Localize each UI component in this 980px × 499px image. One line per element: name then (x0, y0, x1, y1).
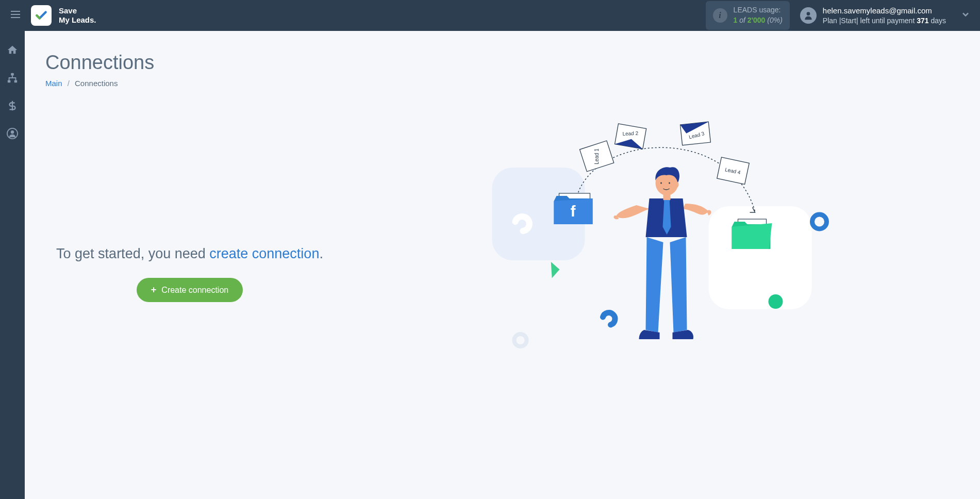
menu-toggle[interactable] (5, 4, 26, 27)
leads-usage-text: LEADS usage: 1 of 2'000 (0%) (734, 5, 783, 25)
logo-text: Save My Leads. (59, 6, 96, 25)
avatar-icon (800, 7, 817, 24)
leads-count: 1 (734, 16, 738, 24)
app-header: Save My Leads. i LEADS usage: 1 of 2'000… (0, 0, 980, 31)
svg-text:Lead 1: Lead 1 (594, 148, 600, 164)
leads-usage-box[interactable]: i LEADS usage: 1 of 2'000 (0%) (706, 1, 790, 29)
create-connection-link[interactable]: create connection (209, 246, 319, 261)
plan-suffix: days (929, 16, 946, 25)
cta-area: To get started, you need create connecti… (45, 193, 334, 303)
svg-point-3 (806, 12, 810, 15)
leads-percent: (0%) (767, 16, 783, 24)
svg-text:f: f (571, 203, 576, 220)
chevron-down-icon[interactable] (956, 5, 975, 26)
svg-rect-6 (14, 80, 17, 83)
plan-prefix: Plan |Start| left until payment (823, 16, 917, 25)
main-content: Connections Main / Connections To get st… (25, 31, 980, 499)
sidebar (0, 31, 25, 499)
cta-text: To get started, you need create connecti… (45, 244, 334, 264)
user-info: helen.savemyleads@gmail.com Plan |Start|… (823, 5, 946, 26)
logo-line1: Save (59, 6, 96, 15)
leads-of: of (739, 16, 745, 24)
cta-suffix: . (319, 246, 323, 261)
sidebar-item-home[interactable] (0, 41, 25, 59)
page-title: Connections (45, 52, 959, 74)
sidebar-item-account[interactable] (0, 125, 25, 142)
breadcrumb: Main / Connections (45, 79, 959, 88)
breadcrumb-separator: / (68, 79, 70, 88)
illustration: Lead 1 Lead 2 Lead 3 Lead 4 (355, 119, 959, 376)
plus-icon: + (151, 285, 157, 295)
leads-total: 2'000 (748, 16, 765, 24)
sidebar-item-billing[interactable] (0, 97, 25, 114)
svg-point-11 (514, 334, 527, 346)
user-account-box[interactable]: helen.savemyleads@gmail.com Plan |Start|… (795, 5, 951, 26)
create-connection-button[interactable]: + Create connection (137, 278, 243, 302)
logo-line2: My Leads. (59, 15, 96, 25)
svg-point-30 (669, 182, 670, 184)
svg-point-8 (11, 130, 14, 134)
svg-text:Lead 2: Lead 2 (622, 130, 638, 137)
svg-rect-5 (8, 80, 11, 83)
info-icon: i (713, 8, 727, 23)
create-button-label: Create connection (161, 286, 228, 295)
breadcrumb-main-link[interactable]: Main (45, 79, 62, 88)
svg-point-28 (675, 181, 679, 188)
sidebar-item-connections[interactable] (0, 69, 25, 87)
svg-point-12 (769, 294, 783, 309)
leads-label: LEADS usage: (734, 5, 783, 15)
breadcrumb-current: Connections (75, 79, 118, 88)
user-plan: Plan |Start| left until payment 371 days (823, 16, 946, 26)
svg-point-29 (660, 182, 662, 184)
user-email: helen.savemyleads@gmail.com (823, 5, 946, 16)
plan-days: 371 (917, 16, 928, 25)
svg-point-13 (812, 214, 827, 229)
logo-icon[interactable] (31, 5, 52, 26)
svg-rect-4 (11, 73, 14, 76)
cta-prefix: To get started, you need (56, 246, 209, 261)
